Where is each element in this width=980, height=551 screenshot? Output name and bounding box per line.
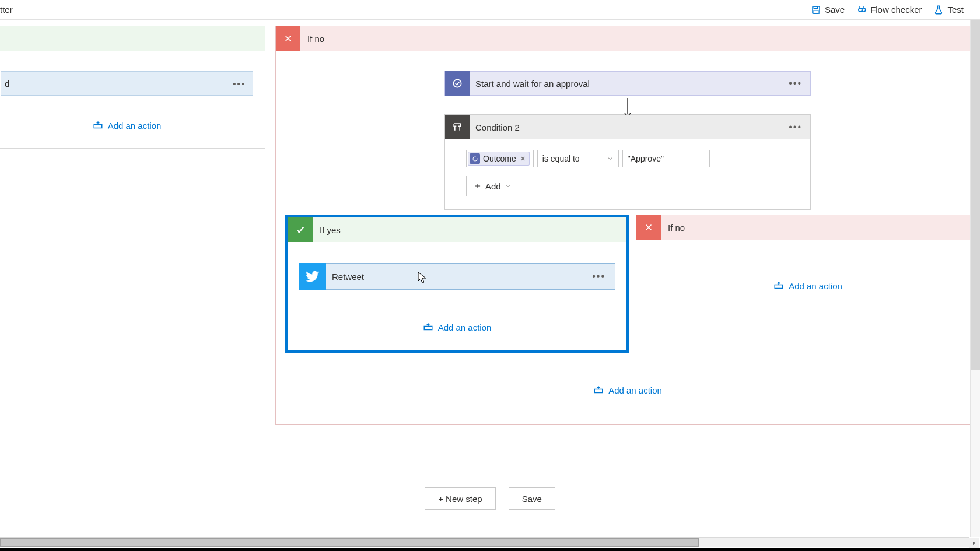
x-icon [276, 26, 300, 51]
twitter-icon [299, 263, 326, 290]
chevron-down-icon [607, 155, 614, 162]
more-icon[interactable]: ••• [789, 122, 802, 132]
bottom-action-bar: + New step Save [0, 475, 980, 522]
scroll-right-arrow[interactable]: ▸ [970, 538, 979, 548]
add-action-button[interactable]: Add an action [0, 120, 265, 131]
condition-card[interactable]: Condition 2 ••• Outcome ✕ is equal to [444, 114, 811, 210]
if-no-header[interactable]: If no [636, 215, 979, 240]
flow-title-fragment: tter [0, 5, 13, 15]
if-yes-header[interactable]: If yes [288, 217, 626, 242]
condition-row: Outcome ✕ is equal to [466, 150, 789, 167]
new-step-button[interactable]: + New step [425, 487, 495, 510]
horizontal-scroll-thumb[interactable] [0, 538, 699, 547]
left-partial-action-card[interactable]: d ••• [1, 71, 253, 96]
approval-chip-icon [470, 153, 480, 164]
add-action-label: Add an action [108, 121, 162, 131]
save-label: Save [825, 5, 845, 15]
chevron-down-icon [505, 183, 512, 189]
svg-point-6 [453, 79, 461, 87]
check-icon [288, 217, 313, 242]
condition-left-operand[interactable]: Outcome ✕ [466, 150, 534, 167]
save-icon [811, 5, 821, 15]
flow-checker-button[interactable]: Flow checker [856, 5, 922, 15]
add-action-icon [593, 385, 604, 395]
flow-checker-icon [856, 5, 867, 15]
top-command-bar: tter Save Flow checker Test [0, 0, 980, 20]
bottom-black-bar [0, 548, 980, 551]
if-yes-container-selected[interactable]: If yes Retweet ••• Add an action [285, 215, 629, 353]
flask-icon [933, 5, 944, 15]
more-icon[interactable]: ••• [233, 79, 246, 89]
svg-rect-8 [424, 327, 432, 330]
branch-if-no: If no Add an action [632, 215, 979, 353]
outer-if-no-header[interactable]: If no [276, 26, 979, 51]
svg-point-4 [862, 8, 866, 12]
branch-if-yes: If yes Retweet ••• Add an action [276, 215, 632, 353]
condition-add-label: Add [485, 181, 501, 191]
svg-point-7 [473, 156, 477, 160]
if-yes-label: If yes [320, 225, 341, 235]
outer-add-action-label: Add an action [608, 385, 662, 395]
add-action-label: Add an action [438, 322, 492, 332]
left-card-label: d [5, 79, 9, 89]
svg-rect-2 [814, 10, 818, 13]
svg-rect-9 [775, 285, 783, 289]
condition-body: Outcome ✕ is equal to Add [445, 139, 810, 209]
left-if-yes-branch-partial: d ••• Add an action [0, 26, 265, 149]
token-label: Outcome [483, 154, 516, 163]
connector-arrow [627, 98, 628, 114]
save-button[interactable]: Save [811, 5, 845, 15]
svg-rect-5 [94, 125, 102, 128]
if-no-container[interactable]: If no Add an action [636, 215, 979, 310]
bottom-save-button[interactable]: Save [509, 487, 555, 510]
add-action-button[interactable]: Add an action [288, 322, 626, 332]
svg-rect-10 [594, 389, 603, 393]
approval-action-card[interactable]: Start and wait for an approval ••• [444, 71, 811, 96]
operator-label: is equal to [542, 154, 580, 163]
condition-value-input[interactable] [622, 150, 710, 167]
add-action-icon [93, 120, 103, 131]
outcome-token[interactable]: Outcome ✕ [468, 152, 530, 166]
if-no-label: If no [668, 223, 685, 233]
horizontal-scrollbar[interactable]: ▸ [0, 537, 970, 547]
add-action-button[interactable]: Add an action [636, 280, 979, 291]
condition-add-button[interactable]: Add [466, 176, 519, 196]
condition-title: Condition 2 [470, 122, 520, 132]
svg-rect-1 [814, 6, 817, 9]
more-icon[interactable]: ••• [592, 271, 606, 282]
x-icon [636, 215, 661, 240]
more-icon[interactable]: ••• [789, 78, 802, 89]
plus-icon [474, 182, 482, 190]
condition-operator-select[interactable]: is equal to [537, 150, 619, 167]
add-action-icon [423, 322, 433, 332]
condition-header[interactable]: Condition 2 ••• [445, 115, 810, 139]
condition-branches: If yes Retweet ••• Add an action [276, 215, 979, 353]
vertical-scrollbar[interactable] [970, 20, 980, 537]
approval-icon [445, 71, 470, 96]
outer-if-no-branch: If no Start and wait for an approval •••… [275, 26, 980, 425]
flow-checker-label: Flow checker [870, 5, 922, 15]
test-label: Test [947, 5, 964, 15]
svg-point-3 [859, 8, 862, 12]
outer-add-action-button[interactable]: Add an action [276, 385, 979, 395]
vertical-scroll-thumb[interactable] [971, 20, 980, 370]
if-yes-header-partial [0, 26, 265, 51]
outer-if-no-label: If no [300, 34, 324, 44]
test-button[interactable]: Test [933, 5, 964, 15]
condition-icon [445, 115, 470, 139]
add-action-label: Add an action [789, 281, 842, 291]
remove-token-icon[interactable]: ✕ [520, 155, 526, 163]
flow-canvas[interactable]: d ••• Add an action If no Start and wait… [0, 20, 980, 536]
approval-title: Start and wait for an approval [470, 79, 590, 89]
retweet-action-card[interactable]: Retweet ••• [299, 263, 615, 290]
retweet-title: Retweet [326, 272, 364, 282]
add-action-icon [774, 280, 784, 291]
